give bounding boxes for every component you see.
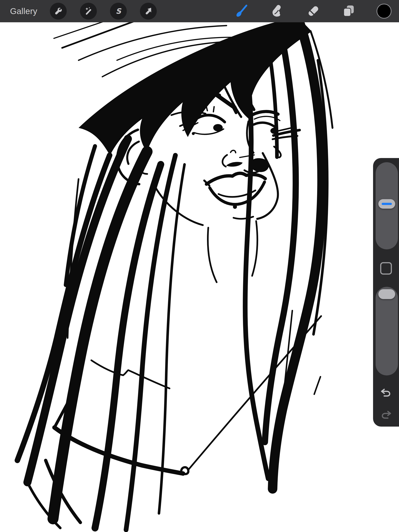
brush-size-slider[interactable] <box>376 162 398 249</box>
layers-button[interactable] <box>341 3 356 19</box>
transform-arrow-icon <box>143 6 153 16</box>
selection-button[interactable]: S <box>110 3 127 19</box>
undo-arrow-icon <box>380 387 392 399</box>
paint-tool-button[interactable] <box>233 3 249 19</box>
drawing-canvas[interactable] <box>0 0 399 532</box>
smudge-tool-button[interactable] <box>269 3 285 19</box>
brush-icon <box>233 3 249 19</box>
actions-button[interactable] <box>50 3 67 19</box>
top-toolbar: Gallery S <box>0 0 399 22</box>
color-button[interactable] <box>376 3 392 19</box>
adjustments-button[interactable] <box>80 3 97 19</box>
magic-wand-icon <box>83 6 93 16</box>
transform-button[interactable] <box>140 3 157 19</box>
artwork-sketch <box>0 0 399 532</box>
gallery-button[interactable]: Gallery <box>10 0 37 22</box>
side-toolbar <box>373 158 399 427</box>
color-swatch-circle <box>377 4 392 19</box>
brush-size-handle[interactable] <box>378 199 395 209</box>
smudge-finger-icon <box>269 3 285 19</box>
opacity-handle[interactable] <box>378 289 395 299</box>
erase-tool-button[interactable] <box>305 3 321 19</box>
modify-button[interactable] <box>380 262 392 275</box>
svg-text:S: S <box>116 7 121 16</box>
opacity-slider[interactable] <box>376 287 398 375</box>
eraser-icon <box>305 3 321 19</box>
undo-button[interactable] <box>380 387 392 399</box>
wrench-icon <box>53 6 63 16</box>
selection-s-icon: S <box>114 6 123 16</box>
redo-button[interactable] <box>380 409 392 421</box>
layers-icon <box>341 3 356 19</box>
redo-arrow-icon <box>380 409 392 421</box>
brush-size-accent-bar <box>382 203 392 205</box>
